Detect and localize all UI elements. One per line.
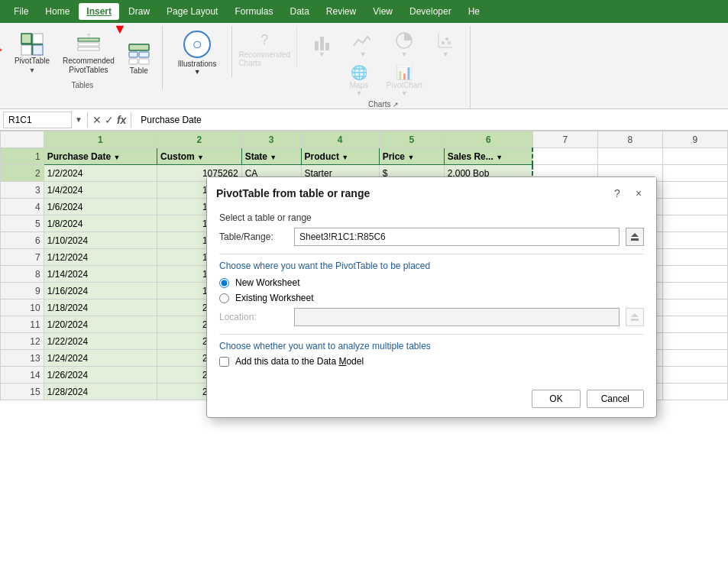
menu-data[interactable]: Data	[282, 3, 316, 20]
cell-1-2[interactable]: Custom ▼	[157, 148, 242, 165]
table-range-input[interactable]	[294, 228, 620, 246]
col-header-9[interactable]: 9	[662, 131, 727, 148]
cancel-button[interactable]: Cancel	[587, 390, 644, 408]
cell-1-6[interactable]: Sales Re... ▼	[444, 148, 532, 165]
menu-home[interactable]: Home	[37, 3, 77, 20]
row-num-6: 6	[1, 232, 44, 249]
ok-button[interactable]: OK	[532, 390, 580, 408]
tables-group-label: Tables	[71, 81, 93, 89]
new-worksheet-radio[interactable]	[219, 278, 229, 288]
menu-view[interactable]: View	[365, 3, 400, 20]
cell-11-1[interactable]: 1/20/2024	[44, 316, 157, 333]
cell-1-5[interactable]: Price ▼	[379, 148, 444, 165]
cell-6-9[interactable]	[662, 232, 727, 249]
cell-6-1[interactable]: 1/10/2024	[44, 232, 157, 249]
cell-15-9[interactable]	[662, 384, 727, 400]
confirm-formula-icon[interactable]: ✓	[105, 114, 114, 126]
cell-reference-box[interactable]	[3, 112, 72, 128]
cell-1-3[interactable]: State ▼	[241, 148, 301, 165]
pivotchart-icon: 📊	[396, 64, 413, 81]
pivotchart-label: PivotChart	[387, 81, 422, 89]
cell-14-1[interactable]: 1/26/2024	[44, 367, 157, 384]
cell-1-9[interactable]	[662, 148, 727, 165]
col-header-3[interactable]: 3	[241, 131, 301, 148]
col-header-4[interactable]: 4	[301, 131, 379, 148]
cell-3-1[interactable]: 1/4/2024	[44, 182, 157, 199]
cell-5-1[interactable]: 1/8/2024	[44, 215, 157, 232]
cell-4-9[interactable]	[662, 199, 727, 215]
pivotchart-button[interactable]: 📊 PivotChart ▼	[382, 61, 427, 100]
recommended-pivottables-button[interactable]: ? RecommendedPivotTables	[58, 29, 119, 78]
cell-8-9[interactable]	[662, 266, 727, 283]
col-header-1[interactable]: 1	[44, 131, 157, 148]
cell-1-1[interactable]: Purchase Date ▼	[44, 148, 157, 165]
col-header-6[interactable]: 6	[444, 131, 532, 148]
formula-icons: ✕ ✓ fx	[92, 114, 126, 126]
formula-bar-divider	[87, 112, 88, 128]
row-num-15: 15	[1, 384, 44, 400]
menu-page-layout[interactable]: Page Layout	[159, 3, 225, 20]
svg-rect-7	[78, 43, 99, 46]
cell-15-1[interactable]: 1/28/2024	[44, 384, 157, 400]
cell-7-9[interactable]	[662, 249, 727, 266]
svg-point-18	[442, 41, 445, 44]
cell-5-9[interactable]	[662, 215, 727, 232]
maps-button[interactable]: 🌐 Maps ▼	[341, 61, 377, 100]
cell-14-9[interactable]	[662, 367, 727, 384]
cell-1-4[interactable]: Product ▼	[301, 148, 379, 165]
red-arrow-left: →	[0, 43, 5, 57]
table-range-collapse-button[interactable]	[626, 228, 644, 246]
menu-formulas[interactable]: Formulas	[227, 3, 280, 20]
menu-draw[interactable]: Draw	[121, 3, 157, 20]
location-collapse-button[interactable]	[626, 308, 644, 326]
existing-worksheet-radio[interactable]	[219, 293, 229, 303]
cell-8-1[interactable]: 1/14/2024	[44, 266, 157, 283]
placement-section: Choose where you want the PivotTable to …	[219, 261, 644, 326]
data-model-checkbox[interactable]	[219, 357, 229, 367]
cell-13-9[interactable]	[662, 350, 727, 367]
cell-13-1[interactable]: 1/24/2024	[44, 350, 157, 367]
pivottable-button[interactable]: PivotTable▼	[9, 29, 55, 78]
cell-7-1[interactable]: 1/12/2024	[44, 249, 157, 266]
cell-10-9[interactable]	[662, 299, 727, 316]
cell-9-1[interactable]: 1/16/2024	[44, 283, 157, 299]
menu-insert[interactable]: Insert	[79, 3, 119, 20]
cell-12-1[interactable]: 1/22/2024	[44, 333, 157, 350]
cell-11-9[interactable]	[662, 316, 727, 333]
col-header-5[interactable]: 5	[379, 131, 444, 148]
excel-ribbon: File Home Insert Draw Page Layout Formul…	[0, 0, 728, 131]
cell-1-8[interactable]	[597, 148, 662, 165]
cell-12-9[interactable]	[662, 333, 727, 350]
menu-review[interactable]: Review	[319, 3, 364, 20]
location-input[interactable]	[294, 308, 620, 326]
line-area-chart-button[interactable]: ▼	[345, 29, 381, 61]
cell-10-1[interactable]: 1/18/2024	[44, 299, 157, 316]
menu-developer[interactable]: Developer	[402, 3, 459, 20]
cancel-formula-icon[interactable]: ✕	[92, 114, 102, 126]
dialog-divider1	[219, 254, 644, 254]
maps-icon: 🌐	[351, 64, 367, 81]
cell-3-9[interactable]	[662, 182, 727, 199]
fx-icon[interactable]: fx	[117, 114, 126, 126]
col-header-7[interactable]: 7	[532, 131, 597, 148]
cell-2-1[interactable]: 1/2/2024	[44, 165, 157, 182]
illustrations-button[interactable]: ○ Illustrations ▼	[175, 29, 220, 77]
cell-1-7[interactable]	[532, 148, 597, 165]
dialog-help-button[interactable]: ?	[609, 185, 626, 202]
col-header-8[interactable]: 8	[597, 131, 662, 148]
cell-4-1[interactable]: 1/6/2024	[44, 199, 157, 215]
pie-chart-button[interactable]: ▼	[386, 29, 422, 61]
cell-ref-dropdown[interactable]: ▼	[75, 115, 83, 124]
menu-file[interactable]: File	[6, 3, 36, 20]
table-button[interactable]: Table	[122, 39, 156, 78]
col-header-2[interactable]: 2	[157, 131, 242, 148]
cell-9-9[interactable]	[662, 283, 727, 299]
scatter-label: ▼	[442, 50, 449, 58]
scatter-chart-button[interactable]: ▼	[427, 29, 464, 61]
dialog-close-button[interactable]: ×	[630, 185, 647, 202]
column-bar-chart-button[interactable]: ▼	[303, 29, 340, 61]
pivottable-dialog: PivotTable from table or range ? × Selec…	[206, 176, 657, 418]
row-num-11: 11	[1, 316, 44, 333]
cell-2-9[interactable]	[662, 165, 727, 182]
menu-he[interactable]: He	[461, 3, 487, 20]
